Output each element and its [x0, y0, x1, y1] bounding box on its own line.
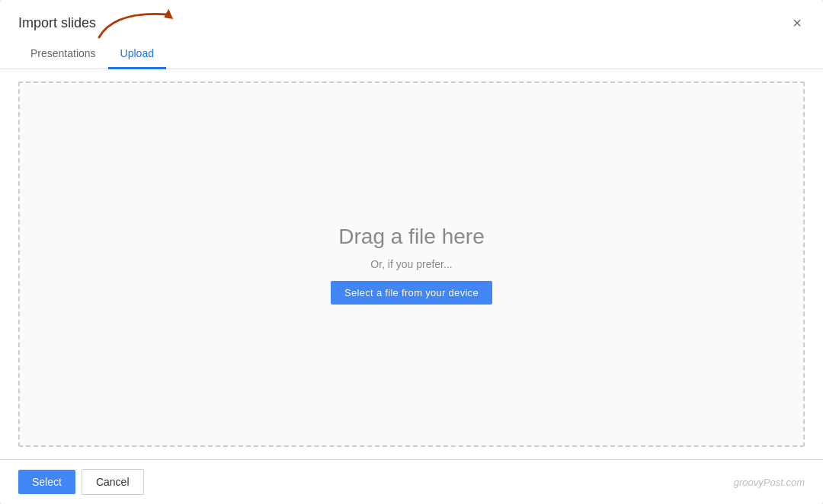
dialog-footer: Select Cancel groovyPost.com	[0, 459, 823, 504]
dialog-body: Drag a file here Or, if you prefer... Se…	[0, 69, 823, 459]
dialog-title: Import slides	[18, 15, 96, 31]
import-slides-dialog: Import slides × Presentations Upload Dra…	[0, 0, 823, 504]
select-button[interactable]: Select	[18, 470, 75, 494]
dialog-header: Import slides ×	[0, 0, 823, 33]
cancel-button[interactable]: Cancel	[82, 469, 144, 495]
tab-upload[interactable]: Upload	[108, 40, 166, 69]
drag-text: Drag a file here	[338, 225, 484, 249]
close-button[interactable]: ×	[789, 12, 805, 33]
watermark: groovyPost.com	[734, 477, 805, 488]
drop-zone[interactable]: Drag a file here Or, if you prefer... Se…	[18, 81, 805, 447]
or-text: Or, if you prefer...	[370, 258, 452, 270]
select-file-button[interactable]: Select a file from your device	[331, 281, 492, 305]
footer-actions: Select Cancel	[18, 469, 144, 495]
tab-presentations[interactable]: Presentations	[18, 40, 108, 69]
tab-bar: Presentations Upload	[0, 40, 823, 69]
